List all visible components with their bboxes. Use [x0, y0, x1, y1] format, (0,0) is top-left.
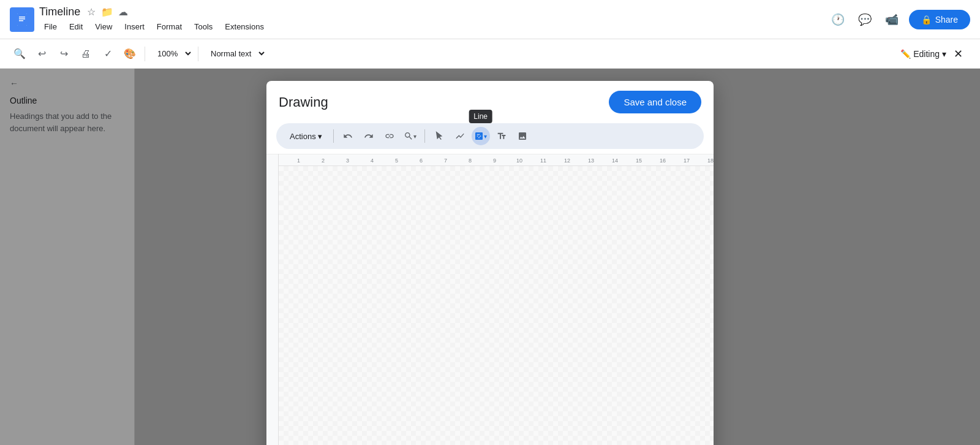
pencil-icon: ✏️: [900, 49, 911, 59]
svg-text:17: 17: [684, 158, 690, 164]
text-style-select[interactable]: Normal text Heading 1 Heading 2: [203, 46, 266, 61]
video-icon[interactable]: 📹: [882, 10, 902, 29]
svg-text:8: 8: [469, 158, 472, 164]
draw-text-btn[interactable]: [492, 127, 511, 145]
drawing-canvas[interactable]: [279, 166, 714, 445]
line-tooltip-popup: Line: [469, 110, 492, 123]
drawing-canvas-wrapper: 1 2 3 4 5 6 7 8 9 10 11: [266, 154, 714, 445]
svg-text:13: 13: [588, 158, 594, 164]
toolbar-divider-2: [198, 47, 198, 61]
doc-title-area: Timeline ☆ 📁 ☁ File Edit View Insert For…: [39, 6, 269, 34]
menu-file[interactable]: File: [39, 20, 62, 34]
horizontal-ruler-svg: 1 2 3 4 5 6 7 8 9 10 11: [279, 154, 714, 166]
drawing-title: Drawing: [279, 94, 328, 110]
cloud-icon[interactable]: ☁: [117, 6, 129, 18]
svg-text:1: 1: [297, 158, 300, 164]
doc-title: Timeline: [39, 6, 80, 18]
menu-format[interactable]: Format: [152, 20, 187, 34]
line-tooltip-container: Line ▾: [472, 127, 490, 145]
draw-redo-btn[interactable]: [360, 127, 378, 145]
docs-icon: [10, 7, 34, 32]
second-toolbar: 🔍 ↩ ↪ 🖨 ✓ 🎨 100% 75% 150% Normal text He…: [0, 39, 980, 69]
svg-text:18: 18: [707, 158, 714, 164]
redo-toolbar-btn[interactable]: ↪: [54, 44, 74, 64]
svg-text:3: 3: [346, 158, 349, 164]
svg-text:9: 9: [493, 158, 496, 164]
star-icon[interactable]: ☆: [85, 6, 97, 18]
main-area: ← Outline Headings that you add to the d…: [0, 69, 980, 445]
comments-icon[interactable]: 💬: [855, 10, 875, 29]
top-bar: Timeline ☆ 📁 ☁ File Edit View Insert For…: [0, 0, 980, 39]
svg-text:7: 7: [444, 158, 447, 164]
svg-text:15: 15: [636, 158, 642, 164]
toolbar-divider-actions: [333, 129, 334, 143]
canvas-left-ruler: [266, 154, 279, 445]
canvas-top-area: 1 2 3 4 5 6 7 8 9 10 11: [279, 154, 714, 445]
editing-mode-btn[interactable]: ✏️ Editing ▾ ✕: [893, 45, 970, 63]
draw-line-btn[interactable]: ▾: [472, 127, 490, 145]
toolbar-divider-1: [145, 47, 145, 61]
draw-image-btn[interactable]: [513, 127, 532, 145]
folder-icon[interactable]: 📁: [101, 6, 113, 18]
svg-rect-3: [19, 18, 25, 20]
svg-rect-6: [266, 154, 279, 445]
svg-rect-1: [17, 13, 27, 26]
svg-text:6: 6: [420, 158, 423, 164]
search-toolbar-btn[interactable]: 🔍: [10, 44, 29, 64]
canvas-top-ruler: 1 2 3 4 5 6 7 8 9 10 11: [279, 154, 714, 166]
editing-label: Editing: [913, 49, 940, 59]
modal-overlay: Drawing Save and close Actions ▾: [0, 69, 980, 445]
menu-bar: File Edit View Insert Format Tools Exten…: [39, 20, 269, 34]
vertical-ruler-svg: [266, 154, 279, 445]
svg-text:5: 5: [395, 158, 398, 164]
docs-app: Timeline ☆ 📁 ☁ File Edit View Insert For…: [0, 0, 980, 445]
actions-label: Actions: [290, 132, 316, 141]
close-sidebar-icon[interactable]: ✕: [954, 47, 963, 61]
svg-rect-4: [19, 20, 23, 21]
draw-shapes-btn[interactable]: [451, 127, 469, 145]
menu-extensions[interactable]: Extensions: [220, 20, 269, 34]
toolbar-divider-2: [424, 129, 425, 143]
save-close-button[interactable]: Save and close: [609, 91, 701, 113]
menu-edit[interactable]: Edit: [64, 20, 88, 34]
svg-text:4: 4: [371, 158, 374, 164]
draw-select-btn[interactable]: [430, 127, 448, 145]
menu-view[interactable]: View: [90, 20, 117, 34]
svg-text:10: 10: [516, 158, 522, 164]
editing-chevron-icon: ▾: [942, 49, 946, 59]
share-label: Share: [935, 15, 958, 25]
svg-rect-2: [19, 17, 25, 18]
share-lock-icon: 🔒: [921, 15, 932, 25]
menu-insert[interactable]: Insert: [119, 20, 149, 34]
draw-undo-btn[interactable]: [339, 127, 357, 145]
actions-chevron-icon: ▾: [318, 132, 322, 141]
undo-toolbar-btn[interactable]: ↩: [32, 44, 51, 64]
draw-clip-btn[interactable]: [380, 127, 399, 145]
zoom-select[interactable]: 100% 75% 150%: [150, 46, 193, 61]
drawing-toolbar: Actions ▾: [276, 123, 704, 149]
print-toolbar-btn[interactable]: 🖨: [76, 44, 96, 64]
menu-tools[interactable]: Tools: [189, 20, 217, 34]
svg-text:11: 11: [540, 158, 546, 164]
svg-text:16: 16: [660, 158, 666, 164]
spellcheck-toolbar-btn[interactable]: ✓: [98, 44, 118, 64]
svg-text:14: 14: [612, 158, 618, 164]
history-icon[interactable]: 🕐: [828, 10, 848, 29]
svg-text:2: 2: [322, 158, 325, 164]
top-bar-right: 🕐 💬 📹 🔒 Share: [828, 10, 970, 29]
draw-zoom-btn[interactable]: ▾: [401, 127, 420, 145]
paint-format-btn[interactable]: 🎨: [120, 44, 140, 64]
share-button[interactable]: 🔒 Share: [909, 10, 970, 29]
svg-text:12: 12: [564, 158, 570, 164]
drawing-modal: Drawing Save and close Actions ▾: [266, 81, 714, 445]
actions-dropdown-btn[interactable]: Actions ▾: [284, 129, 328, 143]
